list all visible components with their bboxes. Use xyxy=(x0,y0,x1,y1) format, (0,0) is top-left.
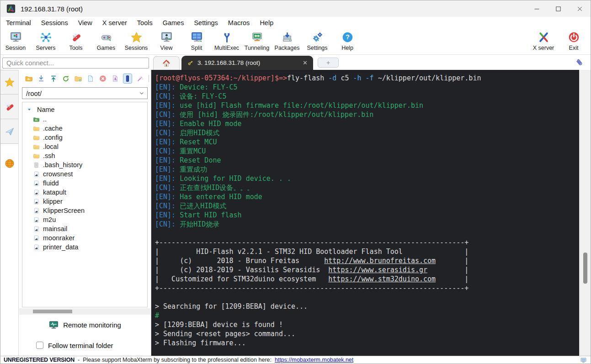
terminal-line: +---------------------------------------… xyxy=(155,284,579,293)
file-row[interactable]: .. xyxy=(22,115,147,124)
maximize-button[interactable] xyxy=(548,0,569,17)
file-row[interactable]: katapult xyxy=(22,188,147,197)
toolbar-label: Packages xyxy=(275,45,300,51)
terminal-line: [CN]: 已进入HID模式 xyxy=(155,201,579,211)
sidebar-tab-macros[interactable] xyxy=(0,119,18,144)
new-folder-icon xyxy=(74,74,82,83)
file-row[interactable]: crowsnest xyxy=(22,169,147,179)
sync-terminal-button[interactable] xyxy=(123,74,132,84)
rename-button[interactable] xyxy=(111,74,119,84)
sidebar-tab-sftp[interactable] xyxy=(0,151,18,176)
file-row[interactable]: .config xyxy=(22,133,147,142)
toolbar-multiexec-button[interactable]: MultiExec xyxy=(212,31,242,51)
new-folder-button[interactable] xyxy=(74,74,83,84)
toolbar-exit-button[interactable]: Exit xyxy=(559,31,589,51)
file-row[interactable]: m2u xyxy=(22,215,147,224)
key-icon xyxy=(187,59,194,66)
file-row[interactable]: mainsail xyxy=(22,224,147,233)
menu-terminal[interactable]: Terminal xyxy=(1,17,36,29)
file-row[interactable]: .bash_history xyxy=(22,160,147,169)
file-name: .bash_history xyxy=(43,161,82,169)
toolbar-packages-button[interactable]: Packages xyxy=(272,31,302,51)
quick-connect-input[interactable] xyxy=(2,58,149,69)
menu-tools[interactable]: Tools xyxy=(132,17,158,29)
toolbar-tools-button[interactable]: Tools xyxy=(61,31,91,51)
refresh-icon xyxy=(62,74,70,83)
status-message: Please support MobaXterm by subscribing … xyxy=(83,357,272,363)
new-tab-button[interactable]: + xyxy=(318,58,339,68)
toolbar-x-server-button[interactable]: X server xyxy=(528,31,559,51)
file-row[interactable]: KlipperScreen xyxy=(22,206,147,215)
tree-header[interactable]: Name xyxy=(22,105,147,115)
terminal-output[interactable]: [root@flyos-057364:~/klipper]$=>fly-flas… xyxy=(151,70,579,356)
file-row[interactable]: .local xyxy=(22,142,147,151)
split-icon xyxy=(191,31,203,43)
toolbar-split-button[interactable]: Split xyxy=(181,31,212,51)
refresh-button[interactable] xyxy=(62,74,70,84)
window-controls xyxy=(526,0,591,17)
toolbar-games-button[interactable]: Games xyxy=(91,31,121,51)
menu-help[interactable]: Help xyxy=(255,17,278,29)
terminal-line: [CN]: 开始HID烧录 xyxy=(155,220,579,229)
packages-icon xyxy=(281,31,293,43)
delete-button[interactable] xyxy=(98,74,107,84)
menu-games[interactable]: Games xyxy=(158,17,189,29)
download-button[interactable] xyxy=(37,74,46,84)
toolbar-label: X server xyxy=(533,45,554,51)
menu-settings[interactable]: Settings xyxy=(189,17,223,29)
toolbar-view-button[interactable]: View xyxy=(151,31,181,51)
tab-close-icon[interactable]: ✕ xyxy=(303,59,308,66)
sidebar-tab-sessions[interactable] xyxy=(0,70,18,95)
remote-monitoring-button[interactable]: Remote monitoring xyxy=(19,315,151,335)
new-file-button[interactable] xyxy=(86,74,95,84)
file-name: moonraker xyxy=(43,234,75,242)
toolbar-label: Servers xyxy=(36,45,55,51)
file-row[interactable]: printer_data xyxy=(22,243,147,252)
terminal-line: +---------------------------------------… xyxy=(155,238,579,247)
sidebar-tab-tools[interactable] xyxy=(0,95,18,119)
sftp-file-panel: /root/ Name ...cache.config.local.ssh.ba… xyxy=(19,70,151,356)
follow-terminal-checkbox[interactable] xyxy=(36,342,43,349)
parent-folder-icon xyxy=(25,74,33,83)
terminal-scrollbar[interactable] xyxy=(579,70,591,356)
menu-x-server[interactable]: X server xyxy=(97,17,132,29)
parent-folder-button[interactable] xyxy=(25,74,33,84)
horizontal-scrollbar[interactable] xyxy=(19,308,150,315)
toolbar-tunneling-button[interactable]: Tunneling xyxy=(242,31,272,51)
file-row[interactable]: moonraker xyxy=(22,233,147,243)
menu-macros[interactable]: Macros xyxy=(223,17,255,29)
toolbar-help-button[interactable]: Help xyxy=(332,31,362,51)
terminal-scrollbar-thumb[interactable] xyxy=(583,253,587,284)
session-icon xyxy=(10,31,22,43)
toolbar-label: Tunneling xyxy=(245,45,269,51)
tab-session-active[interactable]: 3. 192.168.31.78 (root) ✕ xyxy=(181,56,313,70)
unregistered-badge: UNREGISTERED VERSION xyxy=(4,357,75,363)
column-name-header: Name xyxy=(37,106,55,113)
toolbar-sessions-button[interactable]: Sessions xyxy=(121,31,151,51)
file-row[interactable]: klipper xyxy=(22,197,147,206)
macros-plane-icon xyxy=(4,126,15,137)
terminal-line: [EN]: Reset Done xyxy=(155,156,579,165)
file-row[interactable]: .ssh xyxy=(22,151,147,160)
minimize-button[interactable] xyxy=(526,0,548,17)
menu-view[interactable]: View xyxy=(73,17,97,29)
file-row[interactable]: fluidd xyxy=(22,179,147,188)
tab-home[interactable] xyxy=(153,56,180,70)
upload-button[interactable] xyxy=(49,74,58,84)
close-button[interactable] xyxy=(569,0,591,17)
scrollbar-thumb[interactable] xyxy=(33,310,72,313)
status-link[interactable]: https://mobaxterm.mobatek.net xyxy=(275,357,353,363)
menu-sessions[interactable]: Sessions xyxy=(36,17,73,29)
symlink-icon xyxy=(33,244,40,251)
wand-button[interactable] xyxy=(136,74,144,84)
toolbar-session-button[interactable]: Session xyxy=(0,31,31,51)
terminal-status-icon[interactable] xyxy=(580,357,587,364)
file-row[interactable]: .cache xyxy=(22,124,147,133)
file-tree: Name ...cache.config.local.ssh.bash_hist… xyxy=(22,102,148,307)
toolbar-servers-button[interactable]: Servers xyxy=(31,31,61,51)
paperclip-icon[interactable] xyxy=(575,58,585,68)
toolbar-settings-button[interactable]: Settings xyxy=(302,31,332,51)
terminal-line: [CN]: 使用 [hid] 烧录固件:/root/klipper/out/kl… xyxy=(155,110,579,119)
toolbar-label: MultiExec xyxy=(214,45,239,51)
path-select[interactable]: /root/ xyxy=(22,87,148,99)
